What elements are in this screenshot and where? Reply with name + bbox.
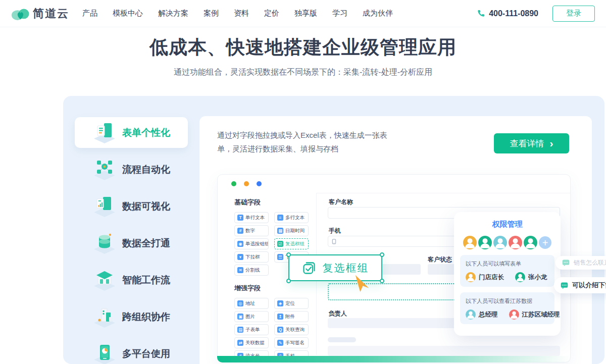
member-avatar <box>509 309 519 320</box>
chat-bubble[interactable]: 可以介绍下简道云 <box>554 277 606 293</box>
nav-item[interactable]: 成为伙伴 <box>363 9 393 18</box>
field-chip[interactable]: ⇄ 关联数据 <box>234 337 269 348</box>
sidebar-item-label: 智能工作流 <box>122 274 170 287</box>
multi-platform-icon <box>92 343 117 364</box>
enhanced-fields-list: ◎ 地址 ◈ 定位 ▣ 图片 ↥ 附件 <box>234 298 316 361</box>
sidebar-item[interactable]: 跨组织协作 <box>75 301 188 332</box>
main-nav: 产品模板中心解决方案案例资料定价独享版学习成为伙伴 <box>82 9 393 18</box>
sidebar-item[interactable]: 数据全打通 <box>75 228 188 258</box>
field-chip[interactable]: ☑ 复选框组 <box>274 238 309 249</box>
permission-card-title: 权限管理 <box>454 220 561 229</box>
field-chip[interactable]: ▦ 日期时间 <box>274 225 309 236</box>
customer-name-label: 客户名称 <box>329 198 353 206</box>
avatar-row <box>463 236 537 249</box>
nav-item[interactable]: 资料 <box>234 9 249 18</box>
sidebar-item[interactable]: 数据可视化 <box>75 191 188 222</box>
radio-group-icon: ◉ <box>237 241 243 247</box>
checkbox-group-large-icon <box>302 261 316 275</box>
avatar <box>509 236 522 249</box>
page: 简道云 产品模板中心解决方案案例资料定价独享版学习成为伙伴 400-111-08… <box>0 0 606 364</box>
sidebar-item-label: 多平台使用 <box>122 347 170 360</box>
enhanced-fields-title: 增强字段 <box>234 284 316 293</box>
brand-logo[interactable]: 简道云 <box>11 6 69 21</box>
field-chip[interactable]: # 数字 <box>234 225 269 236</box>
linked-query-icon: Q <box>277 327 283 333</box>
progress-gradient-bar <box>217 356 571 362</box>
chat-bubble[interactable]: 销售怎么联系? <box>556 256 606 270</box>
subform-icon: ▤ <box>237 327 243 333</box>
phone-field-label: 手机 <box>329 227 341 235</box>
nav-item[interactable]: 学习 <box>332 9 347 18</box>
divider-icon: ≍ <box>237 267 243 273</box>
address-icon: ◎ <box>237 300 243 306</box>
sidebar-item-label: 流程自动化 <box>122 163 170 176</box>
avatar <box>478 236 492 249</box>
avatar <box>524 236 537 249</box>
field-chip[interactable]: ↥ 附件 <box>274 311 309 322</box>
location-icon: ◈ <box>277 300 283 306</box>
field-chip[interactable]: ◎ 地址 <box>234 298 269 309</box>
member-name: 江苏区域经理 <box>522 310 560 319</box>
sidebar-item[interactable]: 多平台使用 <box>75 338 188 364</box>
field-chip[interactable]: Q 关联查询 <box>274 324 309 335</box>
member-avatar <box>466 272 476 282</box>
resize-handle[interactable] <box>380 279 384 283</box>
add-member-button[interactable]: + <box>539 236 551 249</box>
phone-icon <box>477 10 485 17</box>
permission-group: 以下人员可以填写表单 门店店长 <box>460 255 554 287</box>
form-personalization-icon <box>92 122 117 144</box>
dropdown-multi-icon: ☰ <box>277 254 283 260</box>
placeholder-input <box>328 346 560 356</box>
nav-item[interactable]: 产品 <box>82 9 97 18</box>
multi-line-text-icon: ≡ <box>277 215 283 221</box>
chat-icon <box>561 282 568 289</box>
field-chip[interactable]: ▣ 图片 <box>234 311 269 322</box>
login-button[interactable]: 登录 <box>552 6 595 22</box>
member-avatar <box>515 272 525 282</box>
sidebar-item[interactable]: 表单个性化 <box>75 117 188 148</box>
top-nav: 简道云 产品模板中心解决方案案例资料定价独享版学习成为伙伴 400-111-08… <box>0 0 606 27</box>
nav-item[interactable]: 定价 <box>264 9 279 18</box>
resize-handle[interactable] <box>286 279 291 283</box>
cursor-icon <box>354 274 372 295</box>
chat-bubble-text: 可以介绍下简道云 <box>572 281 606 290</box>
avatar <box>493 236 507 249</box>
window-dot-blue-icon <box>257 181 262 186</box>
window-dot-orange-icon <box>244 181 249 186</box>
nav-item[interactable]: 案例 <box>204 9 219 18</box>
field-chip[interactable]: ▤ 子表单 <box>234 324 269 335</box>
data-visualization-icon <box>92 195 117 218</box>
logo-cloud-heart-icon <box>11 6 29 21</box>
nav-item[interactable]: 解决方案 <box>158 9 188 18</box>
chat-icon <box>562 259 570 267</box>
sidebar-item[interactable]: 流程自动化 <box>75 154 188 185</box>
field-chip[interactable]: ◉ 单选按钮组 <box>234 238 269 249</box>
sidebar-item[interactable]: 智能工作流 <box>75 265 188 295</box>
window-controls <box>231 181 262 186</box>
view-details-button[interactable]: 查看详情 › <box>494 133 569 153</box>
nav-item[interactable]: 独享版 <box>294 9 317 18</box>
data-hub-icon <box>92 232 117 254</box>
avatar <box>463 236 477 249</box>
nav-item[interactable]: 模板中心 <box>113 9 143 18</box>
field-chip[interactable]: ✎ 手写签名 <box>274 337 309 348</box>
field-chip[interactable]: ▾ 下拉框 <box>234 251 269 263</box>
placeholder-label-bar <box>328 337 356 342</box>
signature-icon: ✎ <box>277 340 283 346</box>
field-chip[interactable]: T 单行文本 <box>234 212 269 223</box>
page-subtitle: 通过功能组合，灵活实现数据在不同场景下的：采集-流转-处理-分析应用 <box>0 67 606 78</box>
image-icon: ▣ <box>237 314 243 320</box>
mobile-glyph-icon <box>331 239 337 244</box>
number-icon: # <box>237 228 243 234</box>
permission-groups: 以下人员可以填写表单 门店店长 <box>454 255 561 324</box>
phone-number[interactable]: 400-111-0890 <box>477 9 538 18</box>
resize-handle[interactable] <box>286 252 291 257</box>
field-chip[interactable]: ≡ 多行文本 <box>274 212 309 223</box>
feature-sidebar: 表单个性化 流程自动化 数据可视化 数据全打通 智能工作流 <box>63 117 199 364</box>
smart-workflow-icon <box>92 269 117 291</box>
field-chip[interactable]: ≍ 分割线 <box>234 265 269 276</box>
field-chip[interactable]: ◈ 定位 <box>274 298 309 309</box>
resize-handle[interactable] <box>380 252 384 257</box>
linked-data-icon: ⇄ <box>237 340 243 346</box>
cross-org-icon <box>92 306 117 328</box>
